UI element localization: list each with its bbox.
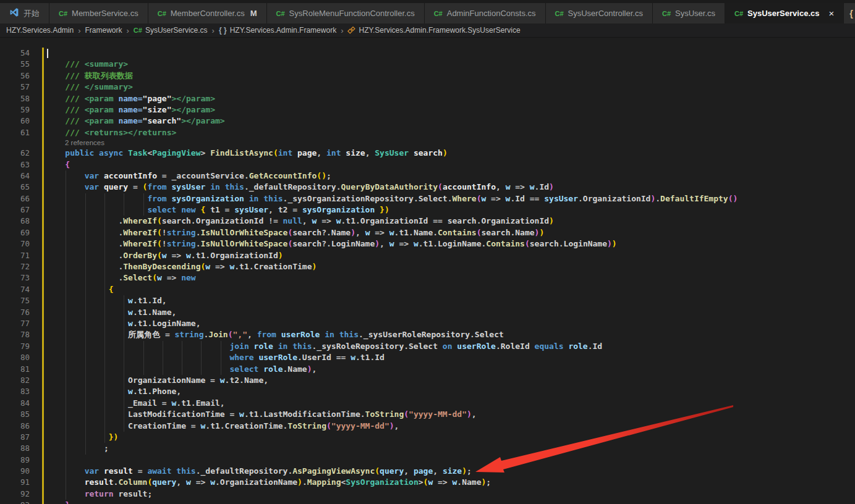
code-text: 所属角色 = string.Join(",", from userRole in… <box>46 329 855 340</box>
indent-guide <box>85 364 86 375</box>
line-number: 59 <box>0 104 30 116</box>
indent-guide <box>66 341 66 352</box>
code-line: 89 <box>0 455 855 466</box>
code-line: 82 OrganizationName = w.t2.Name, <box>0 375 855 386</box>
indent-guide <box>85 295 86 306</box>
code-line: 71 .OrderBy(w => w.t1.OrganizationId) <box>0 250 855 261</box>
code-line: 62 public async Task<PagingView> FindLis… <box>0 148 855 159</box>
breadcrumb-label: HZY.Services.Admin.Framework <box>230 26 337 35</box>
codelens-references[interactable]: 2 references <box>65 138 104 148</box>
line-number: 54 <box>0 48 30 59</box>
code-text: CreationTime = w.t1.CreationTime.ToStrin… <box>46 421 855 432</box>
code-line: 74 { <box>0 284 855 295</box>
breadcrumb-item[interactable]: Framework <box>85 26 122 35</box>
line-number: 64 <box>0 170 30 182</box>
code-text: select role.Name), <box>46 364 855 375</box>
code-text: var query = (from sysUser in this._defau… <box>46 182 855 193</box>
modified-lines-indicator <box>30 127 46 138</box>
indent-guide <box>66 250 66 261</box>
indent-guide <box>104 307 105 318</box>
line-number: 80 <box>0 352 30 363</box>
breadcrumb-item[interactable]: HZY.Services.Admin.Framework.SysUserServ… <box>347 26 520 35</box>
indent-guide <box>104 318 105 329</box>
breadcrumb-item[interactable]: HZY.Services.Admin <box>6 26 74 35</box>
line-number: 86 <box>0 421 30 432</box>
tab-SysUser-cs[interactable]: C#SysUser.cs <box>653 3 725 23</box>
line-number: 65 <box>0 182 30 193</box>
modified-lines-indicator <box>30 159 46 170</box>
modified-lines-indicator <box>30 116 46 127</box>
breadcrumb-label: Framework <box>85 26 122 35</box>
breadcrumb-separator: › <box>127 26 129 35</box>
tab-label: AdminFunctionConsts.cs <box>447 9 536 18</box>
breadcrumb-item[interactable]: { }HZY.Services.Admin.Framework <box>219 26 336 35</box>
indent-guide <box>66 261 66 272</box>
indent-guide <box>124 352 124 363</box>
indent-guide <box>66 216 66 227</box>
tab-AdminFunctionConsts-cs[interactable]: C#AdminFunctionConsts.cs <box>425 3 546 23</box>
indent-guide <box>85 272 86 284</box>
modified-lines-indicator <box>30 48 46 59</box>
code-text: w.t1.LoginName, <box>46 318 855 329</box>
code-line: 64 var accountInfo = _accountService.Get… <box>0 170 855 182</box>
code-line: 57 /// </summary> <box>0 82 855 93</box>
indent-guide <box>66 364 66 375</box>
modified-lines-indicator <box>30 272 46 284</box>
indent-guide <box>66 227 66 238</box>
line-number: 91 <box>0 477 30 488</box>
indent-guide <box>66 466 66 477</box>
csharp-icon: C# <box>434 10 443 17</box>
indent-guide <box>85 398 86 409</box>
modified-lines-indicator <box>30 466 46 477</box>
tab-partial[interactable]: { <box>844 3 855 23</box>
csharp-icon: C# <box>158 10 166 17</box>
code-line: 65 var query = (from sysUser in this._de… <box>0 182 855 193</box>
indent-guide <box>85 329 86 340</box>
code-text: { <box>46 284 855 295</box>
indent-guide <box>66 272 66 284</box>
indent-guide <box>85 193 86 204</box>
indent-guide <box>143 204 144 216</box>
indent-guide <box>143 193 144 204</box>
tab--[interactable]: 开始 <box>0 3 49 23</box>
code-line: 83 w.t1.Phone, <box>0 386 855 397</box>
code-editor[interactable]: 5455 /// <summary>56 /// 获取列表数据57 /// </… <box>0 38 855 504</box>
tab-MemberService-cs[interactable]: C#MemberService.cs <box>49 3 148 23</box>
indent-guide <box>66 421 66 432</box>
tab-SysRoleMenuFunctionController-cs[interactable]: C#SysRoleMenuFunctionController.cs <box>267 3 425 23</box>
code-line: 90 var result = await this._defaultRepos… <box>0 466 855 477</box>
indent-guide <box>124 329 124 340</box>
tab-label: SysUser.cs <box>675 9 715 18</box>
modified-lines-indicator <box>30 182 46 193</box>
tab-close-icon[interactable]: × <box>828 8 834 19</box>
code-line: 79 join role in this._sysRoleRepository.… <box>0 341 855 352</box>
line-number: 58 <box>0 93 30 104</box>
code-line: 54 <box>0 48 855 59</box>
indent-guide <box>85 443 86 454</box>
indent-guide <box>66 170 66 182</box>
indent-guide <box>66 284 66 295</box>
modified-lines-indicator <box>30 295 46 306</box>
indent-guide <box>104 250 105 261</box>
modified-lines-indicator <box>30 138 46 148</box>
text-cursor <box>47 49 48 58</box>
line-number: 79 <box>0 341 30 352</box>
indent-guide <box>221 341 221 352</box>
modified-lines-indicator <box>30 261 46 272</box>
indent-guide <box>201 364 202 375</box>
indent-guide <box>104 284 105 295</box>
modified-lines-indicator <box>30 455 46 466</box>
tab-SysUserService-cs[interactable]: C#SysUserService.cs× <box>725 3 844 23</box>
class-icon <box>347 27 355 35</box>
indent-guide <box>85 227 86 238</box>
breadcrumb-label: HZY.Services.Admin <box>6 26 74 35</box>
code-line: 72 .ThenByDescending(w => w.t1.CreationT… <box>0 261 855 272</box>
line-number: 76 <box>0 307 30 318</box>
modified-lines-indicator <box>30 341 46 352</box>
tab-SysUserController-cs[interactable]: C#SysUserController.cs <box>546 3 653 23</box>
line-number: 93 <box>0 500 30 504</box>
tab-MemberController-cs[interactable]: C#MemberController.csM <box>148 3 267 23</box>
breadcrumb-item[interactable]: C#SysUserService.cs <box>134 26 208 35</box>
line-number: 87 <box>0 432 30 443</box>
indent-guide <box>124 421 124 432</box>
